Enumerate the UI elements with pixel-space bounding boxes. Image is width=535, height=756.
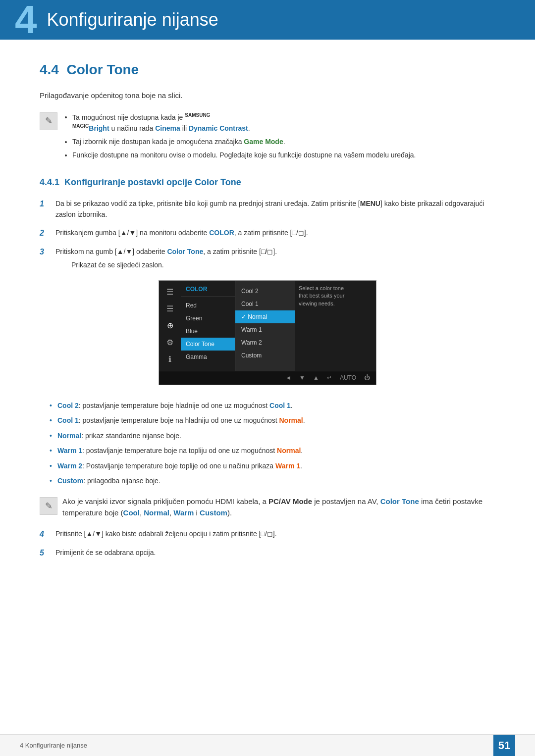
note-box: ✎ Ta mogućnost nije dostupna kada je SAM… bbox=[40, 111, 495, 163]
page-header: 4 Konfiguriranje nijanse bbox=[0, 0, 535, 40]
menu-item-blue: Blue bbox=[181, 325, 235, 338]
menu-item-gamma: Gamma bbox=[181, 351, 235, 363]
step-number-2: 2 bbox=[40, 227, 50, 239]
note-content-2: Ako je vanjski izvor signala priključen … bbox=[62, 496, 495, 518]
monitor-ui: ☰ ☰ ⊕ ⚙ ℹ COLOR Red Green Blue Color Ton… bbox=[159, 280, 376, 385]
step-text-4: Pritisnite [▲/▼] kako biste odabrali žel… bbox=[55, 528, 277, 539]
menu-panel: COLOR Red Green Blue Color Tone Gamma bbox=[181, 281, 235, 371]
submenu-cool2: Cool 2 bbox=[235, 285, 295, 298]
step-number-4: 4 bbox=[40, 528, 50, 540]
note-content: Ta mogućnost nije dostupna kada je SAMSU… bbox=[62, 111, 495, 163]
main-content: 4.4 Color Tone Prilagođavanje općenitog … bbox=[0, 59, 535, 608]
note-box-2: ✎ Ako je vanjski izvor signala priključe… bbox=[40, 496, 495, 518]
monitor-btn-auto: AUTO bbox=[340, 373, 356, 382]
section-title: 4.4 Color Tone bbox=[40, 59, 495, 80]
step-5: 5 Primijenit će se odabrana opcija. bbox=[40, 547, 495, 559]
submenu-custom: Custom bbox=[235, 349, 295, 362]
chapter-number: 4 bbox=[15, 0, 37, 40]
footer-text: 4 Konfiguriranje nijanse bbox=[20, 741, 87, 751]
menu-icon-3: ⊕ bbox=[162, 319, 178, 332]
option-warm2: Warm 2: Postavljanje temperature boje to… bbox=[50, 460, 495, 471]
monitor-bottom-bar: ◄ ▼ ▲ ↵ AUTO ⏻ bbox=[159, 371, 376, 385]
step-text-1: Da bi se prikazao vodič za tipke, pritis… bbox=[55, 198, 495, 220]
step-3: 3 Pritiskom na gumb [▲/▼] odaberite Colo… bbox=[40, 246, 495, 270]
step-number-1: 1 bbox=[40, 198, 50, 210]
submenu-cool1: Cool 1 bbox=[235, 298, 295, 310]
options-list: Cool 2: postavljanje temperature boje hl… bbox=[40, 400, 495, 486]
step-4: 4 Pritisnite [▲/▼] kako biste odabrali ž… bbox=[40, 528, 495, 540]
option-cool2: Cool 2: postavljanje temperature boje hl… bbox=[50, 400, 495, 411]
option-warm1: Warm 1: postavljanje temperature boje na… bbox=[50, 445, 495, 456]
step-2: 2 Pritiskanjem gumba [▲/▼] na monitoru o… bbox=[40, 227, 495, 239]
menu-item-colortone: Color Tone bbox=[181, 338, 235, 351]
steps-list: 1 Da bi se prikazao vodič za tipke, prit… bbox=[40, 198, 495, 270]
monitor-btn-power: ⏻ bbox=[364, 373, 370, 382]
chapter-title: Konfiguriranje nijanse bbox=[47, 6, 218, 33]
monitor-menu: ☰ ☰ ⊕ ⚙ ℹ COLOR Red Green Blue Color Ton… bbox=[159, 281, 376, 371]
menu-icon-5: ℹ bbox=[162, 353, 178, 366]
note-item-3: Funkcije dostupne na monitoru ovise o mo… bbox=[72, 150, 495, 160]
submenu-normal: Normal bbox=[235, 310, 295, 323]
footer: 4 Konfiguriranje nijanse 51 bbox=[0, 734, 535, 756]
submenu-warm2: Warm 2 bbox=[235, 336, 295, 349]
footer-page-number: 51 bbox=[493, 735, 515, 756]
step-text-5: Primijenit će se odabrana opcija. bbox=[55, 547, 156, 558]
option-custom: Custom: prilagodba nijanse boje. bbox=[50, 475, 495, 486]
note-icon-2: ✎ bbox=[40, 497, 57, 515]
note-item-2: Taj izbornik nije dostupan kada je omogu… bbox=[72, 137, 495, 147]
step-number-3: 3 bbox=[40, 246, 50, 258]
menu-header: COLOR bbox=[181, 285, 235, 297]
intro-text: Prilagođavanje općenitog tona boje na sl… bbox=[40, 90, 495, 101]
menu-item-red: Red bbox=[181, 299, 235, 312]
menu-item-green: Green bbox=[181, 312, 235, 325]
note-icon: ✎ bbox=[40, 112, 57, 130]
submenu-panel: Cool 2 Cool 1 Normal Warm 1 Warm 2 Custo… bbox=[235, 281, 295, 371]
icon-bar: ☰ ☰ ⊕ ⚙ ℹ bbox=[159, 281, 181, 371]
note-item-1: Ta mogućnost nije dostupna kada je SAMSU… bbox=[72, 111, 495, 134]
submenu-warm1: Warm 1 bbox=[235, 323, 295, 336]
step-1: 1 Da bi se prikazao vodič za tipke, prit… bbox=[40, 198, 495, 220]
tooltip-panel: Select a color tone that best suits your… bbox=[295, 281, 349, 371]
step-number-5: 5 bbox=[40, 547, 50, 559]
monitor-btn-left: ◄ bbox=[285, 373, 291, 382]
monitor-btn-up: ▲ bbox=[313, 373, 319, 382]
monitor-btn-down: ▼ bbox=[299, 373, 305, 382]
option-normal: Normal: prikaz standardne nijanse boje. bbox=[50, 430, 495, 441]
steps-bottom: 4 Pritisnite [▲/▼] kako biste odabrali ž… bbox=[40, 528, 495, 559]
monitor-btn-enter: ↵ bbox=[327, 373, 332, 382]
menu-icon-1: ☰ bbox=[162, 286, 178, 299]
menu-icon-4: ⚙ bbox=[162, 336, 178, 349]
tooltip-text: Select a color tone that best suits your… bbox=[299, 285, 344, 306]
step-subtext-3: Prikazat će se sljedeći zaslon. bbox=[55, 260, 277, 270]
menu-icon-2: ☰ bbox=[162, 302, 178, 315]
note2-text: Ako je vanjski izvor signala priključen … bbox=[62, 497, 482, 517]
option-cool1: Cool 1: postavljanje temperature boje na… bbox=[50, 415, 495, 426]
monitor-screenshot: ☰ ☰ ⊕ ⚙ ℹ COLOR Red Green Blue Color Ton… bbox=[40, 280, 495, 385]
subsection-title: 4.4.1 Konfiguriranje postavki opcije Col… bbox=[40, 176, 495, 189]
step-text-3: Pritiskom na gumb [▲/▼] odaberite Color … bbox=[55, 246, 277, 257]
step-text-2: Pritiskanjem gumba [▲/▼] na monitoru oda… bbox=[55, 227, 308, 238]
